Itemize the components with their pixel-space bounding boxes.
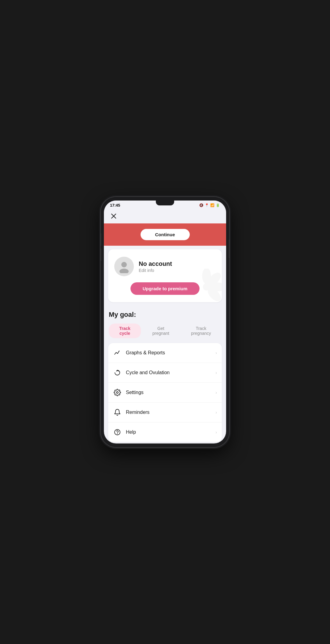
profile-card: No account Edit info Upgrade to premium bbox=[108, 249, 222, 302]
cycle-label: Cycle and Ovulation bbox=[126, 370, 211, 375]
screen-content[interactable]: Continue No account Edit info bbox=[104, 209, 226, 443]
svg-point-12 bbox=[116, 392, 118, 393]
menu-item-reminders[interactable]: Reminders › bbox=[108, 403, 222, 422]
avatar bbox=[114, 257, 134, 276]
vol-up-button bbox=[101, 233, 101, 246]
status-time: 17:45 bbox=[110, 203, 120, 208]
tab-track-pregnancy[interactable]: Track pregnancy bbox=[181, 324, 221, 338]
menu-item-cycle[interactable]: Cycle and Ovulation › bbox=[108, 363, 222, 383]
svg-point-2 bbox=[121, 262, 127, 267]
graphs-label: Graphs & Reports bbox=[126, 350, 211, 356]
tab-get-pregnant[interactable]: Get pregnant bbox=[144, 324, 178, 338]
menu-item-graphs[interactable]: Graphs & Reports › bbox=[108, 343, 222, 363]
svg-point-13 bbox=[115, 429, 120, 435]
profile-info: No account Edit info bbox=[139, 260, 172, 273]
edit-info-label[interactable]: Edit info bbox=[139, 268, 172, 273]
vol-down-button bbox=[101, 249, 101, 261]
watermark-icon bbox=[188, 269, 222, 302]
continue-button[interactable]: Continue bbox=[141, 229, 190, 240]
graphs-icon bbox=[113, 349, 122, 357]
top-bar bbox=[104, 209, 226, 223]
tab-track-cycle[interactable]: Track cycle bbox=[109, 324, 141, 338]
power-button bbox=[229, 240, 229, 258]
menu-item-settings[interactable]: Settings › bbox=[108, 383, 222, 403]
cycle-chevron: › bbox=[215, 370, 217, 375]
svg-point-9 bbox=[116, 352, 116, 353]
svg-point-8 bbox=[203, 283, 210, 291]
status-icons: 🔇 📍 📶 🔋 bbox=[199, 203, 220, 207]
reminders-icon bbox=[113, 408, 122, 417]
reminders-label: Reminders bbox=[126, 410, 211, 415]
help-label: Help bbox=[126, 429, 211, 435]
wifi-icon: 📶 bbox=[210, 203, 215, 207]
help-icon bbox=[113, 428, 122, 436]
svg-point-3 bbox=[119, 269, 129, 273]
phone-frame: 17:45 🔇 📍 📶 🔋 Continue bbox=[101, 197, 229, 447]
battery-icon: 🔋 bbox=[216, 203, 220, 207]
red-banner: Continue bbox=[104, 223, 226, 246]
mute-icon: 🔇 bbox=[199, 203, 204, 207]
settings-label: Settings bbox=[126, 390, 211, 395]
cycle-icon bbox=[113, 368, 122, 377]
menu-card: Graphs & Reports › Cycle and Ovulation › bbox=[108, 343, 222, 442]
profile-name: No account bbox=[139, 260, 172, 267]
reminders-chevron: › bbox=[215, 410, 217, 415]
settings-icon bbox=[113, 388, 122, 397]
settings-chevron: › bbox=[215, 390, 217, 395]
goal-tabs: Track cycle Get pregnant Track pregnancy bbox=[104, 321, 226, 343]
svg-point-11 bbox=[119, 351, 119, 351]
section-title: My goal: bbox=[104, 306, 226, 321]
help-chevron: › bbox=[215, 430, 217, 435]
notch bbox=[156, 201, 174, 205]
location-icon: 📍 bbox=[205, 203, 209, 207]
svg-point-10 bbox=[117, 353, 118, 354]
graphs-chevron: › bbox=[215, 350, 217, 355]
close-button[interactable] bbox=[109, 211, 119, 221]
menu-item-help[interactable]: Help › bbox=[108, 422, 222, 442]
phone-screen: 17:45 🔇 📍 📶 🔋 Continue bbox=[104, 201, 226, 443]
